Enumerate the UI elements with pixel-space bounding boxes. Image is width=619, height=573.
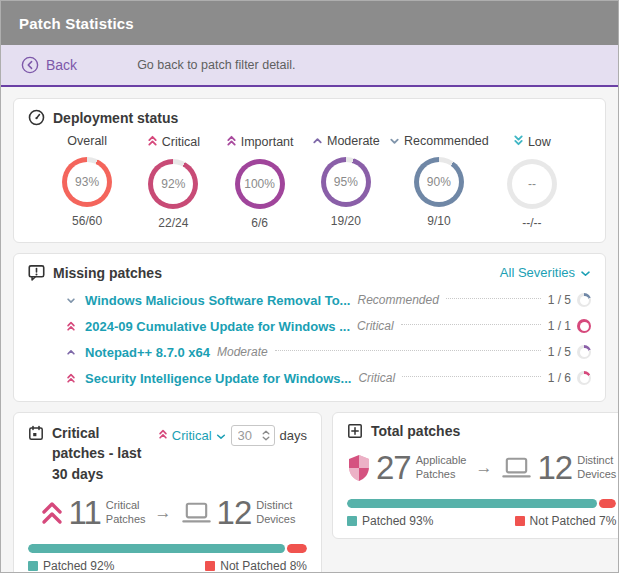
gauge-label: Low [528,135,551,149]
gauge-count: --/-- [522,216,541,230]
total-patches-value: 27 [376,449,411,487]
critical-severity-dropdown[interactable]: Critical [158,428,226,443]
not-patched-swatch [205,561,215,571]
gauge-donut: -- [507,159,557,209]
gauge-overall: Overall 93% 56/60 [44,134,130,230]
gauge-recommended: Recommended 90% 9/10 [389,134,489,230]
dotted-leader [402,376,541,377]
back-navbar: Back Go back to patch filter detail. [1,45,618,87]
chevron-down-icon [389,134,400,148]
back-button[interactable]: Back [21,56,77,74]
patch-ring-indicator [577,319,591,333]
patch-severity-label: Moderate [217,345,268,359]
not-patched-segment [599,499,616,508]
patch-count: 1 / 5 [548,345,571,359]
patch-count: 1 / 1 [548,319,571,333]
chevron-double-up-icon [158,428,168,443]
back-hint-text: Go back to patch filter detail. [137,58,295,72]
total-patches-title: Total patches [371,423,460,439]
gauge-important: Important 100% 6/6 [217,134,303,230]
deployment-status-card: Deployment status Overall 93% 56/60 Crit… [13,98,606,243]
total-legend: Patched 93% Not Patched 7% [347,514,616,528]
gauge-label: Important [241,135,294,149]
days-spinner[interactable] [231,425,275,446]
patched-swatch [28,561,38,571]
missing-patches-title: Missing patches [53,265,162,281]
dashboard-content: Deployment status Overall 93% 56/60 Crit… [1,87,618,573]
patched-segment [28,544,285,553]
critical-patches-title: Critical patches - last 30 days [52,423,148,484]
total-devices-value: 12 [537,449,572,487]
patch-statistics-window: Patch Statistics Back Go back to patch f… [0,0,619,573]
chevron-double-up-icon [64,320,78,332]
gauge-donut: 95% [321,157,371,207]
chevron-double-down-icon [513,134,524,150]
patch-row: Notepad++ 8.7.0 x64 Moderate 1 / 5 [64,339,591,365]
window-titlebar: Patch Statistics [1,1,618,45]
patch-count: 1 / 5 [548,293,571,307]
critical-legend: Patched 92% Not Patched 8% [28,559,307,573]
gauge-critical: Critical 92% 22/24 [130,134,216,230]
chevron-up-icon [64,349,78,356]
deployment-status-title: Deployment status [53,110,178,126]
critical-patches-label: CriticalPatches [106,499,146,527]
patch-name-link[interactable]: Security Intelligence Update for Windows… [85,371,351,386]
gauges-row: Overall 93% 56/60 Critical 92% 22/24 Im [28,134,591,232]
gauge-count: 22/24 [158,216,188,230]
patch-name-link[interactable]: 2024-09 Cumulative Update for Windows ..… [85,319,350,334]
critical-devices-label: DistinctDevices [256,499,295,527]
gauge-donut: 100% [235,159,285,209]
gauge-label: Moderate [327,134,380,148]
severity-filter-dropdown[interactable]: All Severities [500,265,591,280]
patched-legend-label: Patched 92% [43,559,114,573]
patch-name-link[interactable]: Windows Malicious Software Removal To... [85,293,350,308]
gauge-count: 19/20 [331,214,361,228]
chevron-down-icon [64,297,78,304]
critical-severity-label: Critical [172,428,212,443]
chevron-double-up-icon [64,372,78,384]
patch-ring-indicator [577,371,591,385]
critical-patches-value: 11 [69,494,101,532]
message-alert-icon [28,264,45,281]
page-title: Patch Statistics [19,15,134,32]
total-patches-label: ApplicablePatches [416,454,467,482]
missing-patches-list: Windows Malicious Software Removal To...… [28,287,591,391]
dotted-leader [275,350,541,351]
patch-name-link[interactable]: Notepad++ 8.7.0 x64 [85,345,210,360]
chevron-double-up-icon [226,134,237,150]
total-stats-row: 27 ApplicablePatches → 12 DistinctDevice… [347,449,616,487]
calendar-icon [28,423,44,441]
gauge-count: 6/6 [251,216,268,230]
chevron-down-icon [216,428,226,443]
patch-ring-indicator [577,293,591,307]
not-patched-legend-label: Not Patched 7% [530,514,617,528]
laptop-icon [501,457,532,479]
patch-row: 2024-09 Cumulative Update for Windows ..… [64,313,591,339]
arrow-right-icon: → [475,458,492,478]
patch-severity-label: Critical [358,371,395,385]
gauge-count: 56/60 [72,214,102,228]
gauge-label: Overall [67,134,107,148]
not-patched-swatch [515,516,525,526]
patched-segment [347,499,597,508]
missing-patches-card: Missing patches All Severities Windows M… [13,253,606,402]
laptop-icon [181,502,212,524]
spinner-steppers[interactable] [262,430,270,441]
back-circle-icon [21,56,39,74]
patch-count: 1 / 6 [548,371,571,385]
not-patched-legend-label: Not Patched 8% [220,559,307,573]
gauge-donut: 92% [148,159,198,209]
gauge-donut: 93% [62,157,112,207]
plus-square-icon [347,423,363,439]
gauge-moderate: Moderate 95% 19/20 [303,134,389,230]
arrow-right-icon: → [155,503,172,523]
gauge-donut: 90% [414,157,464,207]
total-devices-label: DistinctDevices [577,454,616,482]
patch-severity-label: Critical [357,319,394,333]
patched-swatch [347,516,357,526]
dotted-leader [401,324,541,325]
critical-devices-value: 12 [217,494,252,532]
patch-row: Security Intelligence Update for Windows… [64,365,591,391]
days-input[interactable] [238,428,258,443]
total-progress-bar [347,499,616,508]
